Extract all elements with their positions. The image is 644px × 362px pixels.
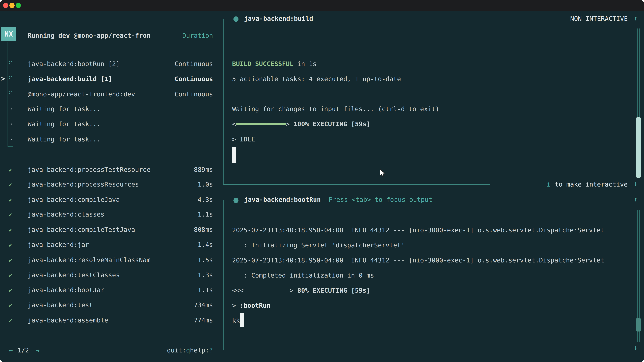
task-duration: 1.0s xyxy=(198,181,213,188)
task-row-done[interactable]: ✔ java-backend:test 734ms xyxy=(0,301,223,311)
text-cursor xyxy=(240,313,244,327)
build-panel-bottom-border xyxy=(223,184,490,185)
task-duration: 808ms xyxy=(194,226,213,233)
help-label: help: xyxy=(190,347,209,354)
help-key: ? xyxy=(209,347,213,354)
progress-label: 80% EXECUTING [59s] xyxy=(294,287,370,294)
scroll-down-icon[interactable]: ↓ xyxy=(634,344,638,351)
waiting-dot-icon: · xyxy=(10,105,14,113)
build-panel-header-rule xyxy=(320,18,565,19)
task-row-done[interactable]: ✔ java-backend:resolveMainClassNam 1.5s xyxy=(0,256,223,266)
task-duration: 774ms xyxy=(194,317,213,324)
build-summary-line: 5 actionable tasks: 4 executed, 1 up-to-… xyxy=(232,75,401,83)
build-progress-line: <═════════════> 100% EXECUTING [59s] xyxy=(232,120,370,128)
log-line: : Completed initialization in 0 ms xyxy=(232,272,374,279)
minimize-window-button[interactable] xyxy=(10,3,14,8)
task-duration: 1.5s xyxy=(198,256,213,264)
check-icon: ✔ xyxy=(9,272,12,279)
spinner-icon: ⠋ xyxy=(8,60,13,67)
task-name: java-backend:classes xyxy=(28,211,104,218)
build-panel-corner xyxy=(223,19,228,19)
focus-output-hint: Press <tab> to focus output xyxy=(329,196,432,203)
task-row-done[interactable]: ✔ java-backend:compileJava 4.3s xyxy=(0,196,223,205)
bootrun-panel-bottom-border xyxy=(223,350,628,350)
scroll-up-icon[interactable]: ↑ xyxy=(634,14,638,22)
build-result-line: BUILD SUCCESSFUL in 1s xyxy=(232,60,316,67)
build-panel-left-border xyxy=(223,19,224,185)
task-row-waiting-3[interactable]: · Waiting for task... xyxy=(0,136,223,145)
task-row-done[interactable]: ✔ java-backend:jar 1.4s xyxy=(0,241,223,250)
task-row-done[interactable]: ✔ java-backend:assemble 774ms xyxy=(0,317,223,326)
task-duration: 889ms xyxy=(194,166,213,173)
waiting-dot-icon: · xyxy=(10,120,14,128)
scroll-down-icon[interactable]: ↓ xyxy=(634,180,638,187)
task-duration: 1.1s xyxy=(198,211,213,218)
text-cursor xyxy=(232,147,236,163)
progress-left-arrow: < xyxy=(232,120,236,128)
build-idle-line: > IDLE xyxy=(232,136,255,143)
task-row-waiting-2[interactable]: · Waiting for task... xyxy=(0,120,223,130)
waiting-dot-icon: · xyxy=(10,136,14,143)
task-target-text: :bootRun xyxy=(240,302,270,309)
check-icon: ✔ xyxy=(9,211,12,218)
progress-tail: --- xyxy=(278,287,290,294)
task-row-done[interactable]: ✔ java-backend:compileTestJava 808ms xyxy=(0,226,223,235)
task-row-done[interactable]: ✔ java-backend:processResources 1.0s xyxy=(0,181,223,190)
task-name: java-backend:jar xyxy=(28,241,89,248)
build-waiting-line: Waiting for changes to input files... (c… xyxy=(232,105,439,113)
prompt-caret: > xyxy=(232,302,240,309)
task-row-build-selected[interactable]: ⠋ java-backend:build [1] Continuous xyxy=(0,75,223,85)
task-duration: 734ms xyxy=(194,301,213,309)
progress-label: 100% EXECUTING [59s] xyxy=(290,120,370,128)
task-row-done[interactable]: ✔ java-backend:testClasses 1.3s xyxy=(0,271,223,281)
check-icon: ✔ xyxy=(9,242,12,248)
spinner-icon: ⠋ xyxy=(8,90,13,98)
task-name: java-backend:testClasses xyxy=(28,271,120,279)
bootrun-panel-header-rule xyxy=(438,200,626,200)
quit-key: q xyxy=(186,347,190,354)
build-panel-title: java-backend:build xyxy=(244,15,313,22)
bootrun-task-line: > :bootRun xyxy=(232,302,270,309)
task-name: java-backend:bootJar xyxy=(28,286,104,294)
check-icon: ✔ xyxy=(9,196,12,203)
scrollbar-thumb[interactable] xyxy=(636,318,641,332)
task-name: @mono-app/react-frontend:dev xyxy=(28,90,135,98)
check-icon: ✔ xyxy=(9,317,12,324)
bootrun-panel-left-border xyxy=(223,200,224,350)
window-titlebar[interactable] xyxy=(0,0,644,11)
task-name: java-backend:processResources xyxy=(28,181,139,188)
check-icon: ✔ xyxy=(9,257,12,264)
bootrun-panel-corner xyxy=(223,200,228,200)
noninteractive-badge: NON-INTERACTIVE xyxy=(570,15,628,22)
terminal-input-text[interactable]: kk xyxy=(232,317,240,324)
task-status: Continuous xyxy=(174,75,213,83)
check-icon: ✔ xyxy=(9,302,12,309)
interactive-hint-text: to make interactive xyxy=(555,181,628,188)
scroll-up-icon[interactable]: ↑ xyxy=(634,195,638,203)
task-group-line-corner xyxy=(8,146,13,147)
close-window-button[interactable] xyxy=(3,3,8,8)
task-bullet-icon xyxy=(234,16,238,22)
interactive-key: i xyxy=(547,181,550,188)
task-row-done[interactable]: ✔ java-backend:processTestResource 889ms xyxy=(0,166,223,175)
screen: NX Running dev @mono-app/react-fron Dura… xyxy=(0,0,644,362)
task-bullet-icon xyxy=(234,198,238,203)
help-bar: quit: q help: ? xyxy=(0,347,223,356)
task-duration: 1.1s xyxy=(198,286,213,294)
task-name: Waiting for task... xyxy=(28,136,100,143)
progress-fill: ═════════════ xyxy=(236,120,286,128)
sidebar-header-row: Duration xyxy=(0,32,223,41)
task-row-done[interactable]: ✔ java-backend:classes 1.1s xyxy=(0,211,223,220)
bootrun-panel-title: java-backend:bootRun xyxy=(244,196,321,203)
build-time-text: in 1s xyxy=(294,60,316,67)
zoom-window-button[interactable] xyxy=(16,3,21,8)
mouse-cursor xyxy=(379,169,388,179)
task-row-bootrun[interactable]: ⠋ java-backend:bootRun [2] Continuous xyxy=(0,60,223,69)
task-row-done[interactable]: ✔ java-backend:bootJar 1.1s xyxy=(0,286,223,296)
scrollbar-thumb[interactable] xyxy=(636,117,641,178)
task-name: java-backend:bootRun [2] xyxy=(28,60,120,67)
task-status: Continuous xyxy=(174,90,213,98)
task-row-frontend-dev[interactable]: ⠋ @mono-app/react-frontend:dev Continuou… xyxy=(0,90,223,100)
task-row-waiting-1[interactable]: · Waiting for task... xyxy=(0,105,223,115)
build-successful-text: BUILD SUCCESSFUL xyxy=(232,60,294,67)
